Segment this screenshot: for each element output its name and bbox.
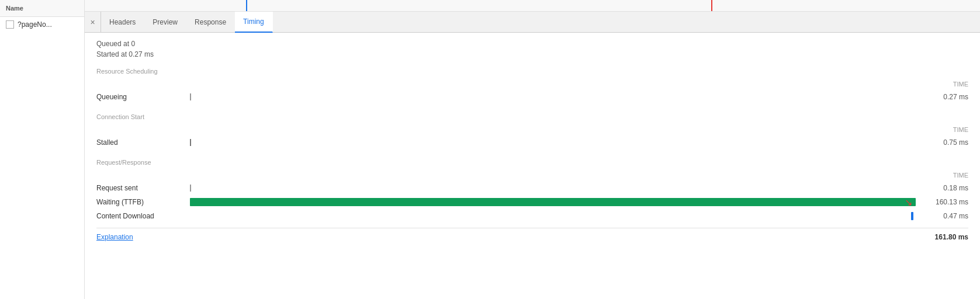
total-value: 161.80 ms [916, 233, 968, 241]
request-sent-value: 0.18 ms [916, 184, 968, 192]
timeline-marker-red [711, 0, 712, 11]
queueing-row: Queueing 0.27 ms [96, 90, 968, 104]
stalled-value: 0.75 ms [916, 138, 968, 147]
queued-at-row: Queued at 0 [96, 40, 968, 48]
tab-preview[interactable]: Preview [144, 12, 186, 33]
started-at-row: Started at 0.27 ms [96, 50, 968, 58]
main-panel: × Headers Preview Response Timing Queued… [85, 0, 980, 299]
tab-timing-label: Timing [243, 18, 264, 26]
tab-response[interactable]: Response [186, 12, 235, 33]
timing-content: Queued at 0 Started at 0.27 ms Resource … [85, 33, 980, 299]
explanation-link[interactable]: Explanation [96, 233, 133, 241]
request-sent-label: Request sent [96, 184, 190, 192]
content-download-bar-area [190, 209, 916, 223]
waiting-ttfb-value: 160.13 ms [916, 198, 968, 206]
waiting-ttfb-row: Waiting (TTFB) ↘ 160.13 ms [96, 195, 968, 209]
request-response-header: Request/Response [96, 159, 968, 166]
timeline-bar [85, 0, 980, 12]
started-at-text: Started at 0.27 ms [96, 50, 154, 58]
waiting-ttfb-label: Waiting (TTFB) [96, 198, 190, 206]
stalled-bar-area [190, 135, 916, 150]
divider [96, 228, 968, 228]
sidebar-header: Name [0, 0, 84, 17]
sidebar: Name ?pageNo... [0, 0, 85, 299]
sidebar-item-label: ?pageNo... [18, 20, 52, 29]
tab-bar: × Headers Preview Response Timing [85, 12, 980, 33]
tab-headers-label: Headers [109, 18, 136, 26]
request-response-time-col: TIME [916, 172, 968, 179]
file-icon [6, 20, 14, 29]
close-icon: × [90, 18, 95, 27]
request-sent-tick [190, 185, 191, 192]
request-sent-row: Request sent 0.18 ms [96, 181, 968, 195]
waiting-ttfb-bar-area [190, 195, 916, 209]
total-row: Explanation 161.80 ms [96, 233, 968, 241]
queueing-label: Queueing [96, 93, 190, 101]
tab-headers[interactable]: Headers [101, 12, 144, 33]
queueing-value: 0.27 ms [916, 93, 968, 101]
explanation-link-container: Explanation [96, 233, 190, 241]
waiting-ttfb-bar [190, 198, 916, 206]
close-tab-button[interactable]: × [85, 12, 101, 33]
request-sent-bar-area [190, 181, 916, 195]
timeline-marker-blue [246, 0, 247, 11]
connection-start-time-col: TIME [916, 126, 968, 133]
sidebar-item[interactable]: ?pageNo... [0, 17, 84, 32]
stalled-label: Stalled [96, 138, 190, 147]
content-download-label: Content Download [96, 212, 190, 220]
content-download-row: Content Download 0.47 ms [96, 209, 968, 223]
queueing-tick [190, 93, 191, 100]
content-download-value: 0.47 ms [916, 212, 968, 220]
tab-timing[interactable]: Timing [235, 12, 273, 33]
resource-scheduling-header: Resource Scheduling [96, 68, 968, 75]
resource-scheduling-time-col: TIME [916, 81, 968, 88]
queued-at-text: Queued at 0 [96, 40, 135, 48]
stalled-tick [190, 139, 191, 146]
stalled-row: Stalled 0.75 ms [96, 135, 968, 150]
content-download-bar [911, 212, 913, 220]
connection-start-header: Connection Start [96, 113, 968, 120]
tab-response-label: Response [195, 18, 226, 26]
queueing-bar-area [190, 90, 916, 104]
tab-preview-label: Preview [153, 18, 178, 26]
